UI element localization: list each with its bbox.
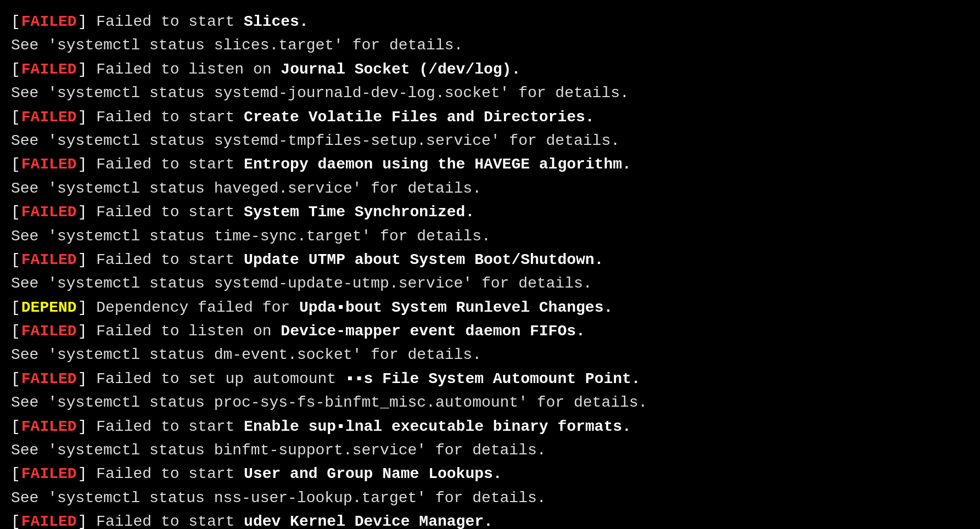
line-bold: Slices. [244,10,309,33]
line-pre-bold: Failed to start [87,153,244,176]
line-bold: Upda▪bout System Runlevel Changes. [299,296,613,319]
bracket-close: ] [78,200,87,224]
line-bold: Create Volatile Files and Directories. [244,105,595,129]
bracket-open: [ [11,367,20,391]
terminal-line: See 'systemctl status slices.target' for… [11,33,969,57]
failed-badge: FAILED [20,319,78,343]
line-bold: System Time Synchronized. [244,200,474,224]
terminal-line: [FAILED] Failed to set up automount ▪▪s … [11,367,969,391]
failed-badge: FAILED [20,510,78,529]
line-bold: User and Group Name Lookups. [244,462,502,486]
line-pre-bold: Failed to start [87,10,244,33]
bracket-close: ] [78,58,87,81]
failed-badge: FAILED [20,58,78,81]
line-pre-bold: Failed to start [87,510,244,529]
line-pre-bold: Failed to start [87,462,244,486]
bracket-close: ] [78,319,87,343]
line-bold: Journal Socket (/dev/log). [281,58,520,81]
terminal-line: [FAILED] Failed to start Slices. [11,10,969,33]
bracket-open: [ [11,510,20,529]
line-bold: Update UTMP about System Boot/Shutdown. [244,248,603,272]
line-pre-bold: Failed to start [87,248,244,272]
bracket-open: [ [11,319,20,343]
terminal-line: [FAILED] Failed to listen on Journal Soc… [11,58,969,81]
line-bold: Entropy daemon using the HAVEGE algorith… [244,153,631,176]
see-line: See 'systemctl status systemd-journald-d… [11,81,629,105]
bracket-open: [ [11,58,20,81]
failed-badge: FAILED [20,105,78,129]
line-pre-bold: Failed to start [87,200,244,224]
terminal-line: See 'systemctl status dm-event.socket' f… [11,343,969,367]
failed-badge: FAILED [20,367,78,391]
line-pre-bold: Failed to start [87,415,244,438]
line-pre-bold: Failed to start [87,105,244,129]
terminal-line: [FAILED] Failed to start Entropy daemon … [11,153,969,176]
failed-badge: FAILED [20,10,78,33]
bracket-close: ] [78,462,87,486]
bracket-open: [ [11,415,20,438]
line-pre-bold: Failed to listen on [87,319,281,343]
terminal-output: [FAILED] Failed to start Slices.See 'sys… [11,10,969,519]
line-pre-bold: Failed to listen on [87,58,281,81]
see-line: See 'systemctl status time-sync.target' … [11,224,491,248]
bracket-open: [ [11,462,20,486]
failed-badge: FAILED [20,200,78,224]
see-line: See 'systemctl status dm-event.socket' f… [11,343,481,367]
line-bold: Device-mapper event daemon FIFOs. [281,319,585,343]
line-pre-bold: Dependency failed for [87,296,299,319]
see-line: See 'systemctl status nss-user-lookup.ta… [11,486,546,510]
failed-badge: FAILED [20,248,78,272]
bracket-close: ] [78,296,87,319]
failed-badge: FAILED [20,462,78,486]
terminal-line: [FAILED] Failed to listen on Device-mapp… [11,319,969,343]
terminal-line: See 'systemctl status systemd-tmpfiles-s… [11,129,969,153]
terminal-line: [FAILED] Failed to start Create Volatile… [11,105,969,129]
depend-badge: DEPEND [20,296,78,319]
terminal-line: See 'systemctl status haveged.service' f… [11,177,969,200]
terminal-line: See 'systemctl status proc-sys-fs-binfmt… [11,391,969,414]
terminal-line: See 'systemctl status nss-user-lookup.ta… [11,486,969,510]
terminal-line: See 'systemctl status time-sync.target' … [11,224,969,248]
see-line: See 'systemctl status systemd-update-utm… [11,272,592,295]
terminal-line: [FAILED] Failed to start User and Group … [11,462,969,486]
terminal-line: See 'systemctl status systemd-update-utm… [11,272,969,295]
see-line: See 'systemctl status haveged.service' f… [11,177,481,200]
bracket-close: ] [78,510,87,529]
bracket-open: [ [11,10,20,33]
bracket-open: [ [11,200,20,224]
bracket-close: ] [78,415,87,438]
line-bold: Enable sup▪lnal executable binary format… [244,415,631,438]
bracket-close: ] [78,105,87,129]
bracket-close: ] [78,248,87,272]
terminal-line: [FAILED] Failed to start Update UTMP abo… [11,248,969,272]
terminal-line: [FAILED] Failed to start udev Kernel Dev… [11,510,969,529]
see-line: See 'systemctl status systemd-tmpfiles-s… [11,129,620,153]
see-line: See 'systemctl status slices.target' for… [11,33,463,57]
see-line: See 'systemctl status binfmt-support.ser… [11,438,546,462]
bracket-open: [ [11,248,20,272]
see-line: See 'systemctl status proc-sys-fs-binfmt… [11,391,647,414]
bracket-close: ] [78,10,87,33]
bracket-close: ] [78,153,87,176]
terminal-line: See 'systemctl status systemd-journald-d… [11,81,969,105]
bracket-open: [ [11,153,20,176]
terminal-line: [FAILED] Failed to start Enable sup▪lnal… [11,415,969,438]
terminal-line: [FAILED] Failed to start System Time Syn… [11,200,969,224]
terminal-line: [DEPEND] Dependency failed for Upda▪bout… [11,296,969,319]
line-bold: ▪▪s File System Automount Point. [345,367,641,391]
line-bold: udev Kernel Device Manager. [244,510,493,529]
bracket-open: [ [11,105,20,129]
bracket-open: [ [11,296,20,319]
failed-badge: FAILED [20,153,78,176]
bracket-close: ] [78,367,87,391]
terminal-line: See 'systemctl status binfmt-support.ser… [11,438,969,462]
failed-badge: FAILED [20,415,78,438]
line-pre-bold: Failed to set up automount [87,367,345,391]
